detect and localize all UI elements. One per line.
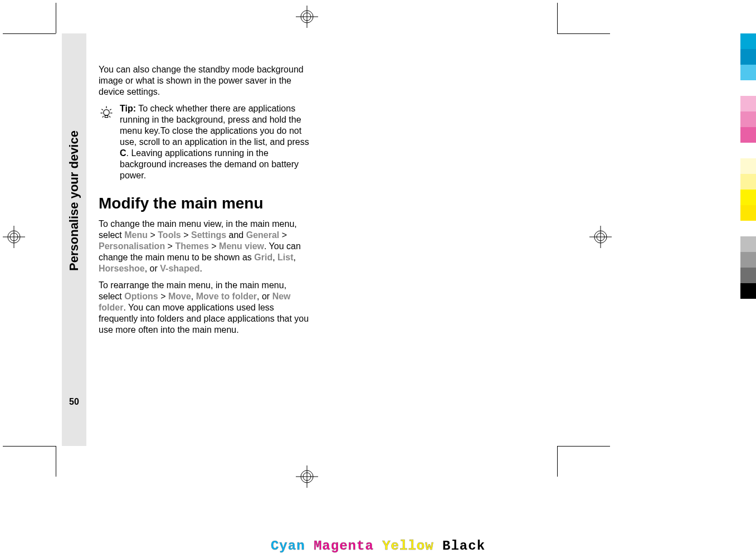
intro-paragraph: You can also change the standby mode bac… (99, 64, 311, 98)
color-swatch (740, 143, 756, 158)
tip-text: Tip: To check whether there are applicat… (120, 103, 311, 181)
color-swatch (740, 252, 756, 268)
color-swatch (740, 49, 756, 65)
registration-mark-icon (296, 6, 318, 28)
color-swatch (740, 111, 756, 127)
page-content: You can also change the standby mode bac… (99, 64, 311, 341)
ui-menu: Menu (124, 230, 148, 240)
paragraph-menu-view: To change the main menu view, in the mai… (99, 219, 311, 274)
cmyk-black: Black (442, 538, 485, 554)
chapter-tab: Personalise your device 50 (62, 33, 86, 446)
tip-block: Tip: To check whether there are applicat… (99, 103, 311, 181)
color-swatch (740, 205, 756, 221)
ui-move-to-folder: Move to folder (196, 292, 257, 301)
registration-mark-icon (589, 226, 612, 248)
registration-mark-icon (296, 465, 318, 488)
cmyk-cyan: Cyan (271, 538, 305, 554)
color-swatch (740, 96, 756, 111)
page-number: 50 (62, 397, 86, 407)
color-swatch (740, 236, 756, 252)
tip-label: Tip: (120, 104, 136, 113)
chapter-title: Personalise your device (67, 130, 81, 271)
color-swatch (740, 268, 756, 283)
cmyk-separation-labels: Cyan Magenta Yellow Black (0, 538, 756, 554)
svg-rect-24 (105, 115, 108, 118)
color-swatch (740, 190, 756, 205)
color-swatch (740, 65, 756, 80)
color-swatch (740, 127, 756, 143)
ui-themes: Themes (175, 241, 208, 251)
svg-line-18 (101, 109, 103, 110)
ui-vshaped: V-shaped (160, 264, 199, 273)
color-swatch (740, 283, 756, 299)
ui-grid: Grid (254, 253, 272, 262)
ui-personalisation: Personalisation (99, 241, 165, 251)
cmyk-yellow: Yellow (382, 538, 433, 554)
color-swatch (740, 174, 756, 190)
key-c: C (120, 148, 126, 158)
ui-options: Options (124, 292, 158, 301)
ui-move: Move (168, 292, 191, 301)
svg-line-22 (103, 116, 104, 118)
ui-settings: Settings (191, 230, 226, 240)
tip-lightbulb-icon (99, 104, 114, 123)
svg-line-23 (109, 116, 110, 118)
svg-line-19 (110, 109, 111, 110)
ui-tools: Tools (158, 230, 181, 240)
color-calibration-swatches (740, 33, 756, 299)
ui-list: List (277, 253, 293, 262)
ui-menu-view: Menu view (219, 241, 264, 251)
ui-general: General (246, 230, 280, 240)
svg-point-16 (104, 110, 110, 116)
ui-horseshoe: Horseshoe (99, 264, 145, 273)
color-swatch (740, 80, 756, 96)
color-swatch (740, 221, 756, 236)
color-swatch (740, 158, 756, 174)
registration-mark-icon (3, 226, 25, 248)
cmyk-magenta: Magenta (314, 538, 374, 554)
section-heading: Modify the main menu (99, 193, 311, 213)
color-swatch (740, 33, 756, 49)
paragraph-rearrange: To rearrange the main menu, in the main … (99, 280, 311, 336)
